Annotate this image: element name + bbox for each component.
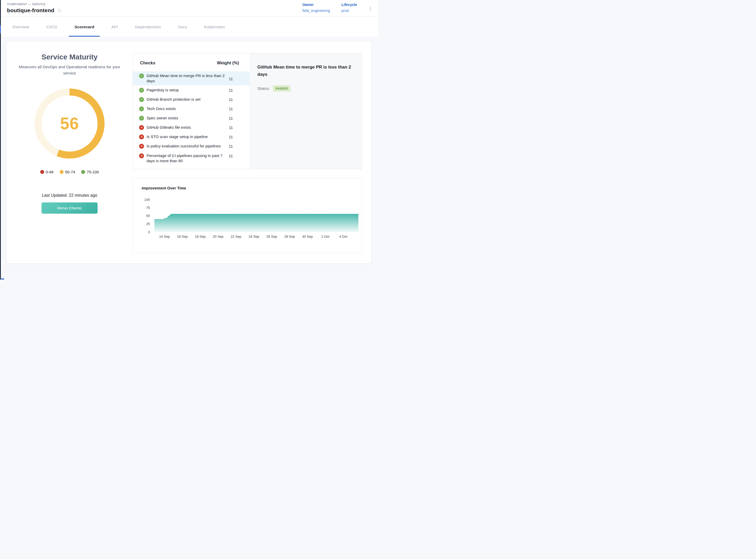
check-name: GitHub Mean time to merge PR is less tha…	[146, 73, 226, 84]
maturity-subtitle: Measures all DevOps and Operational read…	[14, 64, 125, 76]
check-name: GitHub Branch protection is set	[146, 97, 201, 102]
improvement-area-chart: 025507510014 Sep16 Sep18 Sep20 Sep22 Sep…	[135, 195, 360, 241]
check-failed-icon: ✕	[139, 144, 144, 149]
checks-column-header: Checks	[140, 61, 155, 65]
check-name: Is STO scan stage setup in pipeline	[146, 134, 208, 139]
check-name: Spec owner exists	[146, 115, 178, 121]
check-passed-icon: ✓	[139, 97, 144, 102]
check-weight: 11	[229, 107, 250, 111]
check-row[interactable]: ✕GitHub Gitleaks file exists11	[133, 123, 250, 132]
check-weight: 11	[229, 144, 250, 149]
x-tick-label: 22 Sep	[231, 234, 241, 239]
check-name: Tech Docs exists	[146, 106, 176, 111]
score-donut-chart: 56	[35, 89, 105, 159]
check-row[interactable]: ✓GitHub Branch protection is set11	[133, 95, 250, 104]
check-row[interactable]: ✓Spec owner exists11	[133, 113, 250, 123]
check-list: ✓GitHub Mean time to merge PR is less th…	[133, 71, 250, 166]
scorecard-card: Service Maturity Measures all DevOps and…	[6, 42, 371, 263]
tab-overview[interactable]: Overview	[13, 17, 29, 37]
x-tick-label: 30 Sep	[302, 234, 313, 239]
score-value: 56	[60, 114, 79, 133]
checks-header-row: Checks Weight (%)	[133, 53, 250, 65]
y-tick-label: 75	[146, 206, 150, 210]
check-row[interactable]: ✕Is policy evaluation successful for pip…	[133, 141, 250, 151]
weight-column-header: Weight (%)	[217, 61, 239, 65]
x-tick-label: 4 Oct	[339, 234, 347, 239]
y-tick-label: 50	[146, 214, 150, 218]
check-weight: 11	[229, 97, 250, 102]
check-name: Percentage of CI pipelines passing in pa…	[146, 153, 226, 163]
improvement-chart-title: Improvement Over Time	[142, 186, 186, 190]
breadcrumb: COMPONENT — SERVICE	[7, 3, 46, 6]
sidebar-edge-active-item	[0, 25, 1, 33]
check-row[interactable]: ✓Pagerduty is setup11	[133, 85, 250, 95]
check-weight: 11	[229, 116, 250, 120]
check-passed-icon: ✓	[139, 106, 144, 111]
status-label: Status:	[257, 86, 270, 91]
check-weight: 11	[229, 153, 250, 158]
check-row[interactable]: ✓GitHub Mean time to merge PR is less th…	[133, 71, 250, 85]
check-failed-icon: ✕	[139, 134, 144, 139]
bottom-edge-bar	[1, 278, 4, 280]
check-detail-title: GitHub Mean time to merge PR is less tha…	[257, 64, 355, 78]
legend-dot	[81, 170, 85, 174]
check-detail-panel: GitHub Mean time to merge PR is less tha…	[250, 53, 362, 169]
check-weight: 11	[229, 135, 250, 139]
tab-api[interactable]: API	[111, 17, 118, 37]
x-tick-label: 20 Sep	[213, 234, 223, 239]
check-passed-icon: ✓	[139, 88, 144, 93]
check-failed-icon: ✕	[139, 125, 144, 130]
lifecycle-block: Lifecycle prod	[341, 3, 357, 13]
maturity-title: Service Maturity	[6, 53, 133, 61]
legend-item-0-49: 0-49	[40, 170, 53, 174]
check-row[interactable]: ✕Percentage of CI pipelines passing in p…	[133, 151, 250, 166]
tab-scorecard[interactable]: Scorecard	[74, 17, 94, 37]
y-tick-label: 25	[146, 222, 150, 226]
legend-dot	[60, 170, 64, 174]
y-tick-label: 100	[144, 198, 150, 202]
area-series	[154, 214, 359, 232]
entity-header: COMPONENT — SERVICE boutique-frontend ☆ …	[0, 0, 378, 17]
x-tick-label: 14 Sep	[159, 234, 170, 239]
check-name: GitHub Gitleaks file exists	[146, 125, 191, 130]
status-badge: PASSED	[273, 85, 290, 92]
x-tick-label: 16 Sep	[177, 234, 188, 239]
owner-block: Owner field_engineering	[302, 3, 330, 13]
x-tick-label: 24 Sep	[249, 234, 259, 239]
legend-item-75-100: 75-100	[81, 170, 99, 174]
x-tick-label: 2 Oct	[321, 234, 329, 239]
lifecycle-value: prod	[341, 8, 357, 13]
tabs: OverviewCI/CDScorecardAPIDependenciesDoc…	[0, 17, 378, 37]
lifecycle-label: Lifecycle	[341, 3, 357, 7]
y-tick-label: 0	[148, 230, 150, 234]
sidebar-edge	[0, 0, 1, 280]
tab-ci-cd[interactable]: CI/CD	[46, 17, 58, 37]
owner-label: Owner	[302, 3, 330, 7]
score-donut-hole: 56	[42, 95, 97, 152]
tab-docs[interactable]: Docs	[178, 17, 187, 37]
check-name: Is policy evaluation successful for pipe…	[146, 143, 221, 149]
checks-panel: Checks Weight (%) ✓GitHub Mean time to m…	[133, 53, 362, 169]
owner-value[interactable]: field_engineering	[302, 8, 330, 13]
x-tick-label: 26 Sep	[267, 234, 277, 239]
check-weight: 11	[229, 88, 250, 92]
x-tick-label: 28 Sep	[284, 234, 295, 239]
maturity-section: Service Maturity Measures all DevOps and…	[6, 42, 133, 263]
tab-kubernetes[interactable]: Kubernetes	[204, 17, 225, 37]
score-legend: 0-4950-7475-100	[6, 170, 133, 174]
x-tick-label: 18 Sep	[195, 234, 205, 239]
legend-item-50-74: 50-74	[60, 170, 75, 174]
check-row[interactable]: ✕Is STO scan stage setup in pipeline11	[133, 132, 250, 141]
check-passed-icon: ✓	[139, 73, 144, 79]
tab-dependencies[interactable]: Dependencies	[135, 17, 161, 37]
kebab-menu-icon[interactable]	[368, 5, 372, 13]
check-row[interactable]: ✓Tech Docs exists11	[133, 104, 250, 113]
check-name: Pagerduty is setup	[146, 87, 179, 93]
rerun-checks-button[interactable]: Rerun Checks	[42, 202, 97, 214]
improvement-chart-panel: Improvement Over Time 025507510014 Sep16…	[133, 178, 362, 253]
check-weight: 11	[229, 76, 250, 81]
check-failed-icon: ✕	[139, 153, 144, 158]
star-icon[interactable]: ☆	[58, 8, 62, 13]
check-passed-icon: ✓	[139, 116, 144, 121]
legend-dot	[40, 170, 44, 174]
